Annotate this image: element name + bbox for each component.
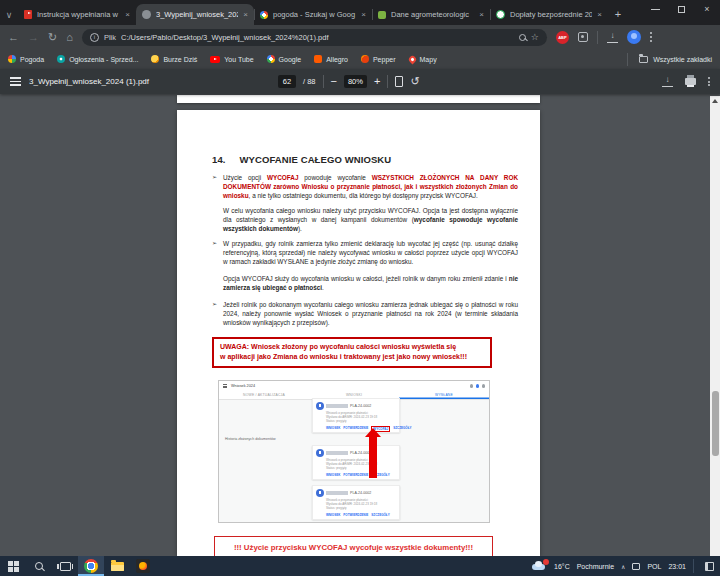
- adblock-extension-icon[interactable]: ABP: [556, 31, 569, 44]
- clock[interactable]: 23:01: [668, 563, 686, 570]
- download-icon: ↓: [666, 76, 670, 84]
- tab-title: 3_Wypełnij_wniosek_202: [156, 10, 238, 19]
- scroll-up-arrow-icon[interactable]: [712, 99, 718, 103]
- fit-page-button[interactable]: [395, 76, 403, 87]
- pdf-viewer-favicon: [142, 10, 151, 19]
- paragraph-4: Opcja WYCOFAJ służy do wycofania wniosku…: [223, 274, 518, 292]
- downloads-button[interactable]: ↓: [607, 32, 618, 43]
- bookmark-google[interactable]: Google: [267, 55, 302, 63]
- close-icon[interactable]: ×: [243, 10, 248, 19]
- reload-button[interactable]: ↻: [48, 32, 57, 43]
- text: .: [322, 284, 324, 291]
- tab-wypelnij-wniosek-active[interactable]: 3_Wypełnij_wniosek_202 ×: [136, 4, 254, 25]
- tray-expand-icon[interactable]: ∧: [621, 563, 625, 570]
- weather-condition[interactable]: Pochmurnie: [577, 563, 614, 570]
- bookmark-mapy[interactable]: Mapy: [409, 56, 437, 63]
- taskbar-app-button[interactable]: [130, 556, 156, 576]
- pdf-download-button[interactable]: ↓: [662, 76, 673, 87]
- link-szczegoly: SZCZEGÓŁY: [371, 513, 389, 517]
- page-number-input[interactable]: 62: [278, 75, 296, 88]
- notification-center-icon[interactable]: [705, 562, 714, 571]
- text: Użycie opcji: [223, 174, 267, 181]
- bullet-icon: ➢: [212, 239, 223, 266]
- tab-agrometeorologia[interactable]: Dane agrometeorologic ×: [372, 4, 490, 25]
- page-total-label: / 88: [303, 77, 316, 86]
- storm-favicon: [151, 55, 159, 63]
- bookmark-ogloszenia[interactable]: Ogłoszenia - Sprzed...: [57, 55, 138, 63]
- link-wniosek: WNIOSEK: [326, 426, 340, 432]
- close-window-button[interactable]: ×: [694, 0, 720, 18]
- youtube-favicon: [210, 56, 220, 63]
- pepper-favicon: [361, 55, 369, 63]
- tab-doplaty[interactable]: Dopłaty bezpośrednie 20 ×: [490, 4, 608, 25]
- folder-icon: [639, 56, 648, 63]
- close-icon[interactable]: ×: [597, 10, 602, 19]
- weather-temperature[interactable]: 16°C: [554, 563, 570, 570]
- browser-menu-button[interactable]: [650, 32, 652, 41]
- windows-logo-icon: [8, 561, 19, 572]
- notification-bell-icon: [470, 384, 474, 388]
- taskbar-explorer-button[interactable]: [104, 556, 130, 576]
- pdf-toolbar: 3_Wypełnij_wniosek_2024 (1).pdf 62 / 88 …: [0, 69, 720, 94]
- link-wniosek: WNIOSEK: [326, 513, 340, 517]
- scrollbar-thumb[interactable]: [712, 391, 719, 456]
- profile-avatar[interactable]: [627, 30, 641, 44]
- bullet-icon: ➢: [212, 173, 223, 200]
- section-title: WYCOFANIE CAŁEGO WNIOSKU: [240, 154, 392, 165]
- forward-button[interactable]: →: [28, 32, 39, 43]
- bookmark-pepper[interactable]: Pepper: [361, 55, 396, 63]
- print-button[interactable]: [685, 78, 696, 85]
- tray-app-icon[interactable]: [632, 563, 640, 570]
- rotate-button[interactable]: ↺: [410, 76, 419, 87]
- text: , a nie tylko ostatniego dokumentu, dla …: [249, 192, 478, 199]
- red-arrow-annotation: [365, 428, 381, 478]
- new-tab-button[interactable]: +: [608, 4, 628, 24]
- start-button[interactable]: [0, 556, 26, 576]
- folder-icon: [111, 562, 124, 571]
- zoom-out-button[interactable]: −: [331, 76, 337, 87]
- keyboard-language[interactable]: POL: [647, 563, 661, 570]
- scrollbar[interactable]: [710, 96, 720, 556]
- taskbar-search-button[interactable]: [26, 556, 52, 576]
- extension-icon[interactable]: [578, 32, 588, 42]
- arrow-shaft: [369, 437, 377, 478]
- bookmark-burze[interactable]: Burze Dziś: [151, 55, 197, 63]
- navigation-toolbar: ← → ↻ ⌂ i Plik C:/Users/Pablo/Desktop/3_…: [0, 25, 720, 49]
- bookmarks-bar: Pogoda Ogłoszenia - Sprzed... Burze Dziś…: [0, 49, 720, 69]
- bookmark-youtube[interactable]: You Tube: [210, 56, 253, 63]
- close-icon[interactable]: ×: [125, 10, 130, 19]
- back-button[interactable]: ←: [8, 32, 19, 43]
- pdf-document-area[interactable]: 14. WYCOFANIE CAŁEGO WNIOSKU ➢ Użycie op…: [0, 94, 720, 556]
- tab-instrukcja[interactable]: Instrukcja wypełniania w ×: [18, 4, 136, 25]
- zoom-page-icon[interactable]: [519, 34, 526, 41]
- weather-cloud-icon[interactable]: [532, 561, 547, 571]
- info-icon[interactable]: i: [90, 33, 99, 42]
- home-button[interactable]: ⌂: [66, 32, 73, 43]
- document-icon: [316, 489, 324, 497]
- leaf-favicon: [378, 11, 386, 19]
- close-icon[interactable]: ×: [479, 10, 484, 19]
- minimize-button[interactable]: [642, 0, 668, 18]
- all-bookmarks-button[interactable]: Wszystkie zakładki: [627, 53, 712, 66]
- taskbar-chrome-button[interactable]: [78, 556, 104, 576]
- google-favicon: [267, 55, 275, 63]
- tab-search-button[interactable]: ∨: [0, 5, 18, 25]
- document-icon: [316, 402, 324, 410]
- paragraph-bullet-3: ➢ Jeżeli rolnik po dokonanym wycofaniu c…: [212, 300, 518, 327]
- close-icon[interactable]: ×: [361, 10, 366, 19]
- task-view-button[interactable]: [52, 556, 78, 576]
- pdf-more-button[interactable]: [708, 77, 710, 86]
- address-bar[interactable]: i Plik C:/Users/Pablo/Desktop/3_Wypełnij…: [82, 29, 547, 46]
- zoom-in-button[interactable]: +: [374, 76, 380, 87]
- bookmark-allegro[interactable]: Allegro: [314, 55, 348, 63]
- pdf-menu-icon[interactable]: [10, 77, 21, 86]
- tab-pogoda[interactable]: pogoda - Szukaj w Goog ×: [254, 4, 372, 25]
- bookmark-star-icon[interactable]: ☆: [531, 32, 539, 42]
- bookmark-pogoda[interactable]: Pogoda: [8, 55, 44, 63]
- restore-button[interactable]: [668, 0, 694, 18]
- url-text[interactable]: C:/Users/Pablo/Desktop/3_Wypełnij_wniose…: [121, 33, 514, 42]
- file-scheme-label: Plik: [104, 33, 116, 42]
- map-pin-favicon: [407, 54, 417, 64]
- zoom-level-input[interactable]: 80%: [344, 75, 367, 88]
- bullet-icon: ➢: [212, 300, 223, 327]
